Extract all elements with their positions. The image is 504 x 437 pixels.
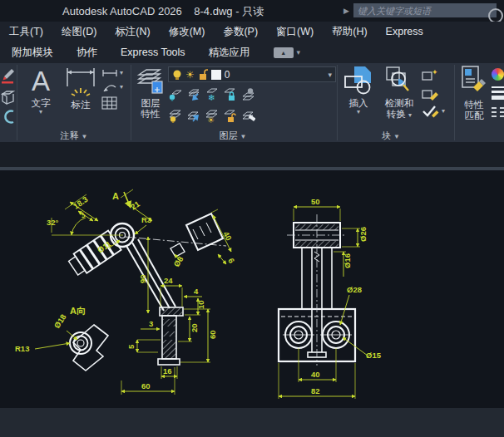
menu-draw[interactable]: 绘图(D) [52,25,106,39]
dim-d18: Ø18 [52,312,68,330]
layer-select-caret-icon: ▾ [328,71,332,79]
convert-caret-icon: ▾ [408,111,412,119]
layer-select[interactable]: ☀ 0 ▾ [168,66,336,82]
match-label-1: 特性 [458,100,490,110]
layer-freeze-button[interactable]: ❄ [205,87,219,101]
tab-featured-apps[interactable]: 精选应用 [197,46,262,60]
linear-dim-icon [101,68,118,78]
block-attributes-icon [422,104,440,119]
table-button[interactable] [101,96,118,110]
markup-pencil-icon[interactable] [2,69,14,84]
insert-block-button[interactable]: 插入 ▾ [340,65,377,115]
dim-r13: R13 [15,344,29,353]
layer-properties-label-2: 特性 [133,109,168,120]
tab-express-tools[interactable]: Express Tools [109,47,197,58]
lineweight-icon[interactable] [492,86,504,101]
leader-caret-icon: ▾ [120,84,123,91]
menu-help[interactable]: 帮助(H) [323,25,376,39]
dim-d15: Ø15 [366,351,382,360]
ribbon-minimize-caret-icon[interactable]: ▾ [297,48,301,56]
dim-21: 21 [129,199,142,211]
annotation-panel-label[interactable]: 注释 ▼ [20,129,128,142]
search-history-icon[interactable]: ▶ [343,7,349,15]
layer-match-button[interactable] [186,109,200,123]
dim-5: 5 [126,344,136,349]
window-title: Autodesk AutoCAD 2026 8-4.dwg - 只读 [62,4,264,19]
match-properties-button[interactable]: 特性 匹配 [458,65,490,121]
dim-50: 50 [311,197,320,206]
layer-color-swatch [211,70,221,80]
ribbon-tab-row: 附加模块 协作 Express Tools 精选应用 ▲ ▾ [0,42,504,63]
dim-24: 24 [164,276,173,285]
layer-on-button[interactable] [168,109,182,123]
layer-unlock-button[interactable] [223,109,237,123]
layer-lock-button[interactable] [223,87,237,101]
menu-parametric[interactable]: 参数(P) [214,25,267,39]
layers-panel-label[interactable]: 图层 ▼ [175,129,291,142]
layer-unlock-icon [198,69,208,81]
convert-label-2: 转换 [387,109,406,119]
dimension-icon [65,65,96,98]
layer-thaw-sun-icon: ☀ [185,69,195,81]
dim-32deg: 32° [47,218,59,227]
object-color-icon[interactable] [492,68,504,81]
layer-make-current-button[interactable] [241,87,255,101]
match-properties-icon [459,65,489,98]
menu-tools[interactable]: 工具(T) [0,25,52,39]
autocad-window: { "titlebar": { "app_title": "Autodesk A… [0,0,504,437]
cad-drawing: A 18.3 3 21 32° R3 Ø11 90 40 6 Ø8 24 4 1… [0,170,504,408]
left-toolbar-strip [1,66,16,130]
label-a-view: A向 [70,306,86,316]
dim-r3: R3 [141,215,151,224]
text-button[interactable]: A 文字 ▾ [22,65,60,115]
menu-dimension[interactable]: 标注(N) [106,25,159,39]
layer-thaw-all-button[interactable]: ☀ [205,109,219,123]
create-block-button[interactable]: ✦ [422,67,440,83]
linear-dim-button[interactable]: ▾ [101,68,130,78]
block-panel-label[interactable]: 块 ▼ [341,129,441,142]
block-attributes-caret-icon: ▾ [442,108,445,115]
dim-90: 90 [138,274,147,283]
leader-button[interactable]: ▾ [101,81,130,94]
dim-4: 4 [194,287,199,296]
detect-convert-button[interactable]: 检测和 转换 ▾ [378,65,420,120]
linetype-icon[interactable] [492,107,504,120]
dim-20: 20 [190,323,199,332]
layer-isolate-button[interactable] [168,87,182,101]
block-attributes-button[interactable]: ▾ [422,104,452,119]
leader-icon [101,81,118,94]
convert-label-1: 检测和 [385,98,414,108]
layer-walk-button[interactable] [186,87,200,101]
edit-block-button[interactable] [422,86,440,101]
dim-section-a: A [112,191,119,201]
tab-add-ins[interactable]: 附加模块 [0,46,65,60]
tab-collaborate[interactable]: 协作 [65,46,109,60]
text-caret-icon: ▾ [22,109,60,115]
clip-icon[interactable] [5,111,13,123]
ribbon-minimize-control[interactable]: ▲ ▾ [274,47,301,58]
dim-d16-tube: Ø16 [343,253,352,268]
dim-10: 10 [196,300,205,309]
block-panel-caret-icon: ▼ [393,133,400,140]
box-3d-icon[interactable] [2,91,13,104]
linear-dim-caret-icon: ▾ [120,70,123,76]
drawing-canvas[interactable]: A 18.3 3 21 32° R3 Ø11 90 40 6 Ø8 24 4 1… [0,170,504,408]
ribbon-minimize-icon[interactable]: ▲ [274,47,294,58]
current-layer-name: 0 [225,69,325,81]
ribbon: A 文字 ▾ 标注 ▾ ▾ 注释 ▼ [0,63,504,142]
dim-6: 6 [226,257,236,265]
search-input[interactable] [353,3,497,17]
dimension-lines [35,189,368,399]
dimension-button[interactable]: 标注 [62,65,100,110]
menu-modify[interactable]: 修改(M) [160,25,215,39]
svg-text:✦: ✦ [432,68,438,76]
layer-merge-button[interactable] [241,109,255,123]
insert-caret-icon: ▾ [340,109,377,115]
menu-express[interactable]: Express [377,26,432,37]
dimension-labels: A 18.3 3 21 32° R3 Ø11 90 40 6 Ø8 24 4 1… [15,191,382,395]
dim-3-knurl: 3 [78,210,87,220]
dim-40-base: 40 [311,370,320,379]
menu-window[interactable]: 窗口(W) [267,25,323,39]
layer-properties-button[interactable]: 图层 特性 [133,65,168,120]
detect-convert-icon [383,65,415,96]
